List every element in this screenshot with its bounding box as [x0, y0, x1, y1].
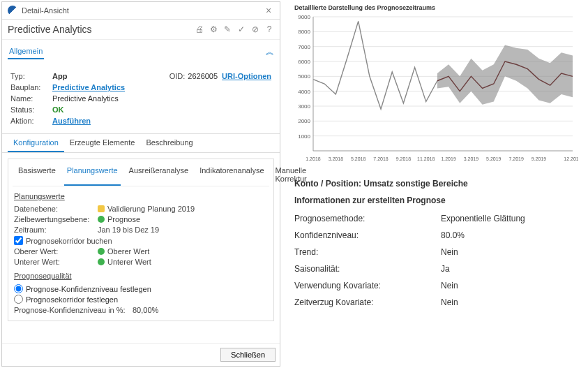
- subtab-ausreisser[interactable]: Ausreißeranalyse: [126, 163, 192, 186]
- info-label: Konfidenzniveau:: [294, 230, 441, 240]
- subtitle-row: Predictive Analytics 🖨 ⚙ ✎ ✓ ⊘ ?: [2, 20, 280, 40]
- info-label: Saisonalität:: [294, 264, 441, 274]
- check-icon[interactable]: ✓: [236, 24, 246, 34]
- group-planungswerte: Planungswerte: [14, 192, 269, 200]
- label-status: Status:: [10, 105, 52, 114]
- dialog-title: Detail-Ansicht: [22, 6, 263, 15]
- group-prognosequalitaet: Prognosequalität: [14, 272, 269, 280]
- info-row: Saisonalität:Ja: [294, 264, 581, 274]
- edit-icon[interactable]: ✎: [223, 24, 232, 34]
- chart-title: Detaillierte Darstellung des Prognosezei…: [294, 4, 581, 11]
- subtab-planungswerte[interactable]: Planungswerte: [64, 163, 121, 186]
- value-oid: 2626005: [188, 72, 218, 80]
- forecast-chart: 1000200030004000500060007000800090001.20…: [289, 13, 578, 166]
- settings-icon[interactable]: ⚙: [209, 24, 218, 34]
- svg-text:3000: 3000: [298, 103, 310, 110]
- info-value: Nein: [441, 281, 581, 290]
- value-datenebene: Validierung Planung 2019: [107, 205, 195, 213]
- value-unterer: Unterer Wert: [107, 258, 151, 266]
- konto-heading: Konto / Position: Umsatz sonstige Bereic…: [294, 179, 581, 189]
- value-oberer: Oberer Wert: [107, 247, 149, 256]
- chevron-up-icon[interactable]: ︽: [266, 46, 274, 58]
- svg-text:2000: 2000: [298, 118, 310, 124]
- value-aktion[interactable]: Ausführen: [52, 117, 271, 125]
- label-name: Name:: [10, 94, 52, 103]
- subtabs: Basiswerte Planungswerte Ausreißeranalys…: [13, 163, 269, 186]
- right-panel: Detaillierte Darstellung des Prognosezei…: [282, 0, 588, 368]
- svg-text:7000: 7000: [298, 44, 310, 50]
- svg-text:9000: 9000: [298, 14, 310, 20]
- label-aktion: Aktion:: [10, 117, 52, 125]
- label-prognosekorridor-buchen: Prognosekorridor buchen: [26, 237, 112, 245]
- uri-optionen-link[interactable]: URI-Optionen: [222, 72, 271, 80]
- value-status: OK: [52, 105, 271, 114]
- radio-korridor[interactable]: [14, 295, 23, 304]
- svg-text:9.2019: 9.2019: [532, 156, 547, 161]
- layer-icon: [98, 205, 105, 212]
- info-heading: Informationen zur erstellten Prognose: [294, 196, 581, 205]
- svg-text:1.2019: 1.2019: [441, 156, 456, 161]
- section-allgemein: Allgemein ︽: [2, 40, 280, 64]
- value-typ: App: [52, 72, 169, 80]
- value-konfidenz: 80,00%: [133, 306, 158, 314]
- close-icon[interactable]: ×: [263, 5, 274, 16]
- svg-text:5000: 5000: [298, 73, 310, 80]
- main-tabs: Konfiguration Erzeugte Elemente Beschrei…: [2, 133, 280, 153]
- target-icon: [98, 216, 105, 223]
- svg-text:5.2018: 5.2018: [351, 156, 366, 161]
- close-button[interactable]: Schließen: [220, 348, 276, 362]
- titlebar: Detail-Ansicht ×: [2, 2, 280, 20]
- cancel-icon[interactable]: ⊘: [250, 24, 260, 34]
- svg-text:12.2019: 12.2019: [564, 156, 578, 161]
- tab-allgemein[interactable]: Allgemein: [8, 44, 44, 59]
- info-row: Zeitverzug Kovariate:Nein: [294, 297, 581, 307]
- info-row: Verwendung Kovariate:Nein: [294, 281, 581, 290]
- svg-text:6000: 6000: [298, 59, 310, 65]
- svg-text:8000: 8000: [298, 29, 310, 35]
- label-unterer: Unterer Wert:: [14, 258, 98, 266]
- info-label: Trend:: [294, 247, 441, 257]
- info-row: Konfidenzniveau:80.0%: [294, 230, 581, 240]
- subtab-indikatoren[interactable]: Indikatorenanalyse: [197, 163, 266, 186]
- lower-icon: [98, 258, 105, 265]
- label-oid: OID:: [169, 72, 186, 80]
- value-zielbewertung: Prognose: [107, 215, 140, 223]
- app-logo-icon: [8, 6, 17, 15]
- info-label: Zeitverzug Kovariate:: [294, 297, 441, 307]
- label-konfidenz: Prognose-Konfidenzniveau in %:: [14, 306, 133, 314]
- value-bauplan[interactable]: Predictive Analytics: [52, 83, 271, 91]
- value-zeitraum: Jan 19 bis Dez 19: [98, 226, 268, 234]
- value-name: Predictive Analytics: [52, 94, 271, 103]
- label-radio-konfidenz: Prognose-Konfidenzniveau festlegen: [26, 285, 151, 293]
- upper-icon: [98, 248, 105, 255]
- tab-konfiguration[interactable]: Konfiguration: [8, 134, 64, 152]
- label-bauplan: Bauplan:: [10, 83, 52, 91]
- label-typ: Typ:: [10, 72, 52, 80]
- svg-text:11.2018: 11.2018: [417, 156, 435, 161]
- radio-konfidenz[interactable]: [14, 284, 23, 293]
- tab-erzeugte-elemente[interactable]: Erzeugte Elemente: [64, 134, 141, 152]
- info-row: Prognosemethode:Exponentielle Glättung: [294, 214, 581, 223]
- info-label: Prognosemethode:: [294, 214, 441, 223]
- help-icon[interactable]: ?: [264, 24, 274, 34]
- checkbox-prognosekorridor[interactable]: [14, 236, 23, 245]
- svg-text:4000: 4000: [298, 89, 310, 95]
- dialog-subtitle: Predictive Analytics: [8, 24, 195, 35]
- info-value: Nein: [441, 247, 581, 257]
- svg-text:1.2018: 1.2018: [306, 156, 321, 161]
- print-icon[interactable]: 🖨: [195, 24, 204, 34]
- subtab-basiswerte[interactable]: Basiswerte: [15, 163, 59, 186]
- info-value: Ja: [441, 264, 581, 274]
- label-zeitraum: Zeitraum:: [14, 226, 98, 234]
- svg-text:7.2019: 7.2019: [508, 156, 524, 161]
- label-zielbewertung: Zielbewertungsebene:: [14, 215, 98, 223]
- info-value: 80.0%: [441, 230, 581, 240]
- svg-text:5.2019: 5.2019: [486, 156, 502, 161]
- svg-text:3.2018: 3.2018: [329, 156, 344, 161]
- info-row: Trend:Nein: [294, 247, 581, 257]
- svg-text:1000: 1000: [298, 133, 310, 140]
- info-value: Exponentielle Glättung: [441, 214, 581, 223]
- tab-beschreibung[interactable]: Beschreibung: [140, 134, 198, 152]
- detail-dialog: Detail-Ansicht × Predictive Analytics 🖨 …: [1, 1, 280, 367]
- svg-text:9.2018: 9.2018: [396, 156, 412, 161]
